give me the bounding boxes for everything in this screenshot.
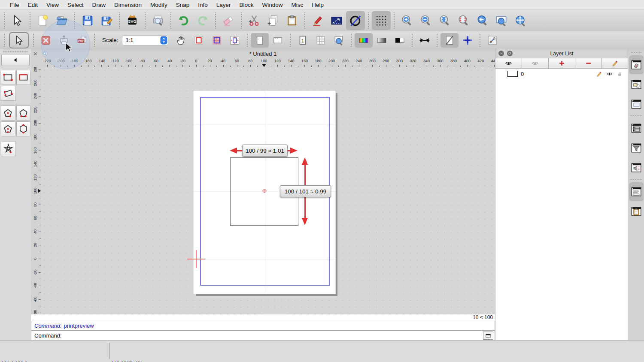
pp-close-button[interactable] <box>37 33 55 48</box>
zoom-auto-button[interactable] <box>435 11 454 30</box>
pp-black-white-button[interactable] <box>391 33 409 48</box>
pp-one-page-button[interactable]: 1 <box>294 33 312 48</box>
pp-multi-page-button[interactable] <box>312 33 330 48</box>
save-as-button[interactable] <box>97 11 116 30</box>
dock-selection-filter-toggle[interactable] <box>629 139 644 157</box>
pp-landscape-button[interactable] <box>269 33 287 48</box>
palette-back-button[interactable] <box>1 54 30 66</box>
drawing-canvas[interactable]: 100 / 99 ≈ 1.01 100 / 101 ≈ 0.99 <box>41 67 495 314</box>
pp-crosshair-button[interactable] <box>459 33 477 48</box>
add-layer-button[interactable] <box>549 58 575 68</box>
cut-button[interactable] <box>245 11 264 30</box>
star-tool[interactable] <box>1 141 16 156</box>
rect-2-corners-tool[interactable] <box>1 70 15 85</box>
palette-drag-handle[interactable] <box>3 51 27 53</box>
zoom-selected-button[interactable] <box>454 11 473 30</box>
ruler-tick-label: 0 <box>195 59 197 63</box>
statusbar-divider <box>109 343 110 359</box>
show-all-layers-button[interactable] <box>495 58 522 68</box>
pp-grayscale-button[interactable] <box>373 33 391 48</box>
layer-visibility-icon[interactable] <box>606 71 613 77</box>
pp-fit-page-button[interactable] <box>226 33 244 48</box>
menu-dimension[interactable]: Dimension <box>110 2 146 8</box>
edit-entity-button[interactable] <box>308 11 327 30</box>
ruler-tick-label: 260 <box>31 78 39 87</box>
ruler-tick-label: -60 <box>153 59 158 63</box>
pp-paper-border-button[interactable] <box>190 33 208 48</box>
pp-margins-button[interactable] <box>440 33 459 48</box>
print-preview-button[interactable] <box>149 11 167 30</box>
pp-cursor-button[interactable] <box>9 32 29 48</box>
copy-button[interactable] <box>264 11 283 30</box>
dock-command-widget-toggle[interactable] <box>629 158 644 177</box>
menu-help[interactable]: Help <box>307 2 328 8</box>
menu-draw[interactable]: Draw <box>88 2 110 8</box>
save-button[interactable] <box>78 11 97 30</box>
command-input[interactable]: Command: <box>31 331 495 341</box>
scale-select[interactable]: 1:1 <box>122 35 168 45</box>
stepper-icon[interactable] <box>160 36 167 45</box>
zoom-pan-button[interactable] <box>511 11 530 30</box>
delete-entities-button[interactable] <box>219 11 238 30</box>
polygon-6-vertices-tool[interactable] <box>16 121 31 136</box>
pp-hand-button[interactable] <box>172 33 190 48</box>
hide-all-layers-button[interactable] <box>522 58 549 68</box>
dock-library-browser-toggle[interactable] <box>629 95 644 114</box>
dock-command-line-toggle[interactable] <box>629 182 644 201</box>
modify-attributes-button[interactable] <box>327 11 346 30</box>
edit-layer-button[interactable] <box>602 58 628 68</box>
dock-entity-list-toggle[interactable] <box>629 119 644 138</box>
menu-edit[interactable]: Edit <box>24 2 42 8</box>
pp-portrait-button[interactable] <box>251 33 269 48</box>
grid-toggle-button[interactable] <box>372 11 391 30</box>
undo-button[interactable] <box>174 11 193 30</box>
pp-pdf-button[interactable]: PDF <box>73 33 91 48</box>
dock-block-list-toggle[interactable] <box>629 75 644 94</box>
pp-color-button[interactable] <box>355 33 373 48</box>
layer-row[interactable]: 0 <box>495 69 628 79</box>
rect-3-points-tool[interactable] <box>1 86 16 101</box>
zoom-in-button[interactable] <box>398 11 416 30</box>
remove-layer-button[interactable] <box>575 58 602 68</box>
menu-view[interactable]: View <box>42 2 63 8</box>
pp-zoom-page-button[interactable] <box>330 33 348 48</box>
polygon-2-vertices-tool[interactable] <box>16 106 31 121</box>
dock-clipboard-toggle[interactable] <box>629 202 644 221</box>
menu-misc[interactable]: Misc <box>287 2 308 8</box>
menu-file[interactable]: File <box>6 2 24 8</box>
open-document-button[interactable] <box>52 11 71 30</box>
menu-block[interactable]: Block <box>235 2 258 8</box>
menu-snap[interactable]: Snap <box>172 2 194 8</box>
polygon-center-vertex-tool[interactable] <box>1 106 15 121</box>
zoom-previous-button[interactable] <box>473 11 492 30</box>
redo-button[interactable] <box>193 11 212 30</box>
zoom-out-button[interactable] <box>416 11 435 30</box>
layer-lock-icon[interactable] <box>617 71 623 77</box>
draft-mode-button[interactable] <box>346 11 365 30</box>
new-document-button[interactable] <box>33 11 52 30</box>
pp-calibrate-button[interactable] <box>416 33 434 48</box>
menu-modify[interactable]: Modify <box>146 2 172 8</box>
rect-corners-tool[interactable] <box>16 70 31 85</box>
command-keyboard-button[interactable] <box>483 332 493 340</box>
menu-layer[interactable]: Layer <box>212 2 235 8</box>
polar-coordinates-display: 142.9787<45° @1.7088<21° <box>111 343 142 362</box>
menu-info[interactable]: Info <box>194 2 212 8</box>
menu-select[interactable]: Select <box>63 2 88 8</box>
paste-button[interactable] <box>283 11 301 30</box>
toolbar-drag-handle[interactable] <box>4 34 5 47</box>
pp-settings-button[interactable] <box>483 33 501 48</box>
pp-print-button[interactable] <box>55 33 73 48</box>
select-cursor-button[interactable] <box>8 11 27 30</box>
zoom-window-button[interactable] <box>492 11 511 30</box>
export-svg-button[interactable]: SVG <box>123 11 142 30</box>
menu-window[interactable]: Window <box>258 2 287 8</box>
toolbar-drag-handle[interactable] <box>4 12 5 29</box>
dock-drag-handle[interactable] <box>631 52 641 54</box>
svg-text:PDF: PDF <box>78 39 84 42</box>
ruler-tick-label: 220 <box>31 106 39 114</box>
layer-edit-icon[interactable] <box>596 71 602 77</box>
dock-layer-list-toggle[interactable] <box>629 55 644 74</box>
pp-tiled-pages-button[interactable] <box>208 33 226 48</box>
polygon-center-side-tool[interactable] <box>1 121 15 136</box>
